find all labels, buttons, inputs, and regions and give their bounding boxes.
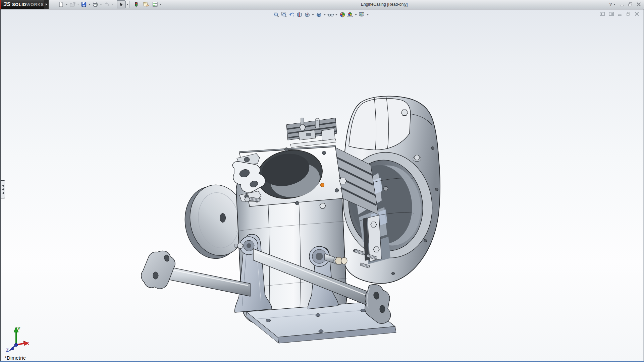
brand-name-bold: SOLID — [12, 2, 26, 7]
window-title: EngineCasing [Read-only] — [361, 2, 408, 7]
section-view-button[interactable] — [296, 11, 303, 18]
select-cursor-icon — [118, 2, 124, 7]
open-button[interactable] — [68, 1, 76, 8]
options-button[interactable] — [151, 1, 159, 8]
pane-right-icon — [608, 11, 614, 16]
save-dropdown[interactable] — [88, 1, 91, 8]
close-button[interactable] — [636, 2, 641, 7]
help-dropdown[interactable] — [613, 1, 616, 8]
doc-close-button[interactable] — [634, 11, 639, 18]
view-settings-icon — [359, 12, 365, 18]
brand-name-light: WORKS — [26, 2, 44, 7]
pane-right-button[interactable] — [608, 11, 614, 18]
select-tool-button[interactable] — [117, 0, 125, 8]
select-tool-dropdown[interactable] — [125, 1, 129, 8]
doc-minimize-icon — [618, 11, 623, 16]
minimize-button[interactable] — [619, 2, 625, 7]
engine-casing-model[interactable] — [141, 96, 440, 343]
help-button[interactable]: ? — [608, 2, 613, 7]
zoom-to-area-icon — [281, 12, 287, 18]
undo-icon — [104, 1, 110, 7]
titlebar: ЗS SOLID WORKS — [0, 0, 644, 9]
minimize-icon — [619, 2, 625, 7]
save-icon — [81, 1, 87, 7]
undo-dropdown[interactable] — [111, 1, 114, 8]
solidworks-window: ЗS SOLID WORKS — [0, 0, 644, 362]
new-document-icon — [58, 1, 64, 7]
apply-scene-button[interactable] — [346, 11, 354, 18]
apply-scene-icon — [347, 12, 353, 18]
view-orientation-icon — [304, 12, 310, 18]
open-dropdown[interactable] — [76, 1, 80, 8]
reference-triad: Y X Z — [5, 325, 30, 352]
hide-show-items-icon — [327, 12, 334, 18]
options-icon — [152, 1, 158, 7]
document-window-controls — [596, 11, 639, 18]
display-style-button[interactable] — [315, 11, 323, 18]
print-dropdown[interactable] — [99, 1, 103, 8]
edit-appearance-icon — [339, 12, 345, 18]
hide-show-items-button[interactable] — [327, 11, 334, 18]
brand-red-edge — [0, 0, 1, 9]
file-toolbar — [57, 0, 162, 8]
model-canvas[interactable] — [1, 9, 643, 361]
print-icon — [92, 1, 98, 7]
solidworks-logo: ЗS SOLID WORKS — [0, 0, 44, 9]
zoom-to-area-button[interactable] — [280, 11, 288, 18]
restore-icon — [628, 2, 633, 7]
triad-z-label: Z — [6, 348, 9, 352]
triad-y-label: Y — [17, 326, 20, 331]
display-style-icon — [316, 12, 322, 18]
file-properties-icon — [143, 1, 149, 7]
doc-restore-icon — [626, 11, 631, 16]
zoom-to-fit-button[interactable] — [272, 11, 280, 18]
options-dropdown[interactable] — [159, 1, 162, 8]
doc-close-icon — [634, 11, 639, 16]
stoplight-icon — [133, 1, 139, 8]
hide-show-items-dropdown[interactable] — [334, 11, 338, 18]
triad-x-label: X — [26, 341, 29, 346]
file-properties-button[interactable] — [142, 1, 150, 8]
selection-marker[interactable] — [321, 183, 324, 187]
display-style-dropdown[interactable] — [323, 11, 327, 18]
undo-button[interactable] — [103, 1, 111, 8]
view-settings-button[interactable] — [358, 11, 366, 18]
zoom-to-fit-icon — [273, 12, 279, 18]
view-orientation-button[interactable] — [303, 11, 311, 18]
doc-minimize-button[interactable] — [618, 11, 623, 18]
previous-view-icon — [289, 12, 295, 18]
apply-scene-dropdown[interactable] — [354, 11, 358, 18]
feature-manager-collapsed-tab[interactable] — [1, 180, 5, 198]
pane-left-icon — [599, 11, 605, 16]
headsup-view-toolbar — [272, 11, 370, 18]
doc-restore-button[interactable] — [626, 11, 631, 18]
new-document-dropdown[interactable] — [65, 1, 68, 8]
new-document-button[interactable] — [57, 1, 65, 8]
close-icon — [636, 2, 641, 7]
save-button[interactable] — [80, 1, 88, 8]
graphics-viewport[interactable]: Y X Z *Dimetric — [1, 9, 643, 361]
view-orientation-label: *Dimetric — [5, 355, 26, 361]
section-view-icon — [297, 12, 303, 18]
menu-flyout-arrow[interactable] — [44, 0, 49, 9]
left-mount-shaft[interactable] — [141, 251, 250, 296]
open-icon — [69, 1, 76, 7]
stoplight-button[interactable] — [132, 1, 140, 8]
restore-button[interactable] — [628, 2, 633, 7]
window-controls: ? — [608, 1, 641, 8]
view-orientation-dropdown[interactable] — [311, 11, 315, 18]
view-settings-dropdown[interactable] — [366, 11, 370, 18]
brand-glyph: ЗS — [3, 1, 10, 7]
previous-view-button[interactable] — [288, 11, 296, 18]
pane-left-button[interactable] — [599, 11, 605, 18]
edit-appearance-button[interactable] — [338, 11, 346, 18]
print-button[interactable] — [91, 1, 99, 8]
